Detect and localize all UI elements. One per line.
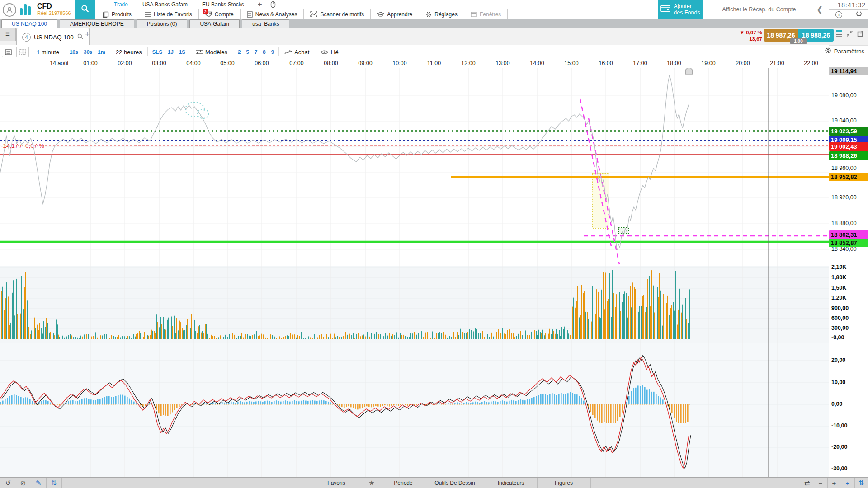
menu-liste-de-favoris[interactable]: Liste de Favoris xyxy=(138,9,199,19)
draw-button[interactable]: ✎ xyxy=(31,478,47,488)
toolbar-separator xyxy=(315,47,315,56)
layout-grid-button[interactable] xyxy=(16,47,29,57)
add-funds-label: Ajouterdes Fonds xyxy=(674,3,700,16)
menu-scanner-de-motifs[interactable]: Scanner de motifs xyxy=(304,9,371,19)
new-chart-tab-button[interactable]: + xyxy=(85,30,90,39)
fit-horizontal-button[interactable]: ⇄ xyxy=(800,478,814,488)
linked-button[interactable]: Lié xyxy=(317,49,342,56)
buy-mode-button[interactable]: Achat xyxy=(281,49,313,56)
template-2[interactable]: 2 xyxy=(235,49,243,55)
templates-label: Modèles xyxy=(205,49,227,56)
instrument-tab-positions-0-[interactable]: Positions (0) xyxy=(137,19,188,28)
expand-icon[interactable] xyxy=(857,30,864,37)
house-marker-icon xyxy=(685,68,693,74)
menu-label: Compte xyxy=(215,11,234,18)
chart-tab[interactable]: 4 US NDAQ 100 xyxy=(16,28,90,46)
period-sls[interactable]: SLS xyxy=(150,49,165,55)
timeframe-current[interactable]: 1 minute xyxy=(33,49,63,56)
period-1s[interactable]: 1S xyxy=(176,49,188,55)
time-tick-label: 05:00 xyxy=(220,60,234,66)
workspace-tab-trade[interactable]: Trade xyxy=(108,1,133,8)
drawing-tools-button[interactable]: Outils De Dessin xyxy=(425,478,485,488)
info-icon: i xyxy=(835,11,842,18)
volume-tick-label: 300,00 xyxy=(831,325,849,331)
time-tick-label: 13:00 xyxy=(495,60,509,66)
price-tick-label: 18 920,00 xyxy=(831,194,857,201)
instrument-tab-amerique-europe[interactable]: AMERIQUE-EUROPE xyxy=(60,19,134,28)
instrument-tab-usa-gafam[interactable]: USA-Gafam xyxy=(189,19,240,28)
price-axis[interactable]: 19 080,0019 040,0018 960,0018 920,0018 8… xyxy=(829,59,868,477)
sort-button[interactable]: ⇅ xyxy=(46,478,62,488)
menu-produits[interactable]: Produits xyxy=(96,9,138,19)
card-icon xyxy=(660,5,670,14)
time-tick-label: 15:00 xyxy=(564,60,578,66)
favorites-button[interactable]: Favoris xyxy=(311,478,362,488)
collapse-chevron-icon[interactable]: ❮ xyxy=(814,0,826,19)
panel-list-button[interactable] xyxy=(2,47,14,57)
menu-label: Fenêtres xyxy=(480,11,501,18)
template-5[interactable]: 5 xyxy=(244,49,252,55)
settings-icon xyxy=(425,11,432,18)
time-tick-label: 18:00 xyxy=(667,60,681,66)
logout-button[interactable] xyxy=(849,10,868,19)
zoom-in-button[interactable]: + xyxy=(827,478,841,488)
user-avatar-icon[interactable] xyxy=(3,3,16,17)
new-workspace-tab-button[interactable]: + xyxy=(253,0,267,9)
power-icon xyxy=(856,10,862,19)
workspace-tab-usa-banks-gafam[interactable]: USA Banks Gafam xyxy=(137,1,193,8)
menu-r-glages[interactable]: Réglages xyxy=(419,9,464,19)
menu-compte[interactable]: 2Compte xyxy=(199,9,241,19)
disable-drawings-button[interactable]: ⊘ xyxy=(15,478,31,488)
price-badge-session-high: 19 114,94 xyxy=(829,67,868,75)
search-button[interactable] xyxy=(75,0,95,19)
template-7[interactable]: 7 xyxy=(252,49,260,55)
time-tick-label: 14:00 xyxy=(530,60,544,66)
oscillator-tick-label: -30,00 xyxy=(831,465,847,472)
menu-apprendre[interactable]: Apprendre xyxy=(371,9,419,19)
chart-settings-button[interactable]: Paramètres xyxy=(825,47,864,55)
time-tick-label: 19:00 xyxy=(701,60,715,66)
chart-menu-button[interactable]: ≡ xyxy=(0,28,16,41)
mouse-icon[interactable] xyxy=(270,1,276,8)
price-badge-level-green-high: 19 023,59 xyxy=(829,127,868,136)
learn-icon xyxy=(377,12,384,17)
instrument-search-icon[interactable] xyxy=(77,33,84,42)
timeframe-1m[interactable]: 1m xyxy=(95,49,108,55)
menu-label: Réglages xyxy=(434,11,458,18)
fit-vertical-button[interactable]: ⇅ xyxy=(854,478,868,488)
toolbar-separator xyxy=(110,47,110,56)
instrument-tab-us-ndaq-100[interactable]: US NDAQ 100 xyxy=(1,19,57,28)
window-controls xyxy=(835,30,868,37)
period-button[interactable]: Période xyxy=(382,478,425,488)
account-summary-toggle[interactable]: Afficher le Récap. du Compte xyxy=(705,0,813,19)
indicators-button[interactable]: Indicateurs xyxy=(485,478,538,488)
workspace-tab-eu-banks-stocks[interactable]: EU Banks Stocks xyxy=(197,1,250,8)
toolbar-separator xyxy=(278,47,279,56)
period-1j[interactable]: 1J xyxy=(165,49,176,55)
instrument-tab-strip: US NDAQ 100AMERIQUE-EUROPEPositions (0)U… xyxy=(0,19,868,28)
timeframe-10s[interactable]: 10s xyxy=(67,49,81,55)
add-funds-button[interactable]: Ajouterdes Fonds xyxy=(658,0,703,19)
account-type-label: CFD xyxy=(37,2,71,10)
patterns-button[interactable]: Figures xyxy=(537,478,591,488)
change-value: 13,67 xyxy=(732,36,762,42)
timeframe-30s[interactable]: 30s xyxy=(81,49,95,55)
duration-selector[interactable]: 22 heures xyxy=(112,49,146,56)
eye-icon xyxy=(321,50,328,55)
instrument-tab-usa-banks[interactable]: usa_Banks xyxy=(242,19,289,28)
favorites-star-button[interactable]: ★ xyxy=(362,478,382,488)
zoom-out-button[interactable]: − xyxy=(814,478,828,488)
template-8[interactable]: 8 xyxy=(260,49,268,55)
templates-button[interactable]: Modèles xyxy=(192,49,231,56)
info-button[interactable]: i xyxy=(829,10,849,19)
star-icon: ★ xyxy=(368,479,374,487)
crosshair-button[interactable]: + xyxy=(841,478,855,488)
menu-news-analyses[interactable]: News & Analyses xyxy=(241,9,304,19)
minimize-icon[interactable] xyxy=(846,30,853,37)
chart-canvas[interactable]: -14,17 / -0,07 % xyxy=(0,68,829,477)
reload-button[interactable]: ↺ xyxy=(0,478,16,488)
layers-icon[interactable] xyxy=(835,30,842,37)
change-block: ▼ 0,07 % 13,67 xyxy=(732,29,762,42)
volume-tick-label: 1,80K xyxy=(831,274,846,281)
template-9[interactable]: 9 xyxy=(269,49,277,55)
